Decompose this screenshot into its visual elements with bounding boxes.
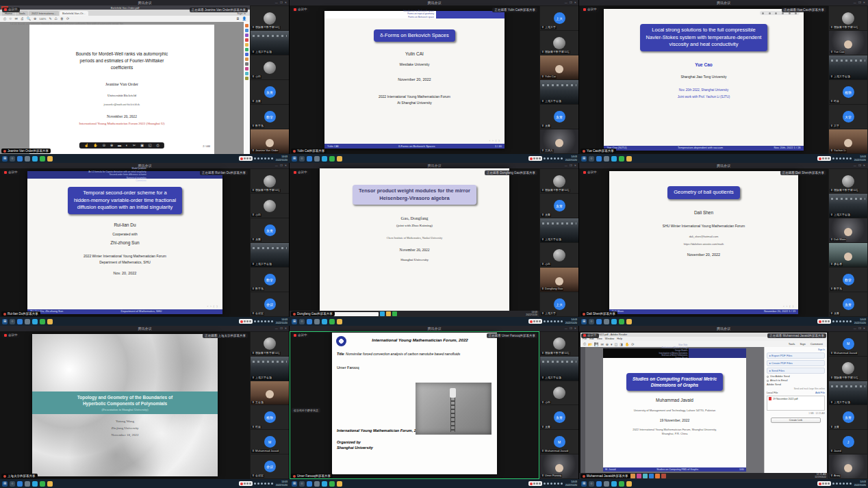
taskbar-app-icon[interactable] [17, 481, 23, 487]
participant-tile[interactable]: 🎙 Dali Shen [829, 218, 867, 242]
menu-item[interactable]: Edit [589, 337, 594, 340]
floating-tool-icon[interactable]: ⊕ [110, 144, 113, 147]
meeting-minibar[interactable] [528, 319, 542, 324]
participant-tile[interactable]: 🎙 主持人 [540, 129, 578, 153]
tray-icon[interactable] [832, 320, 834, 322]
participant-tile[interactable]: 永青🎙 永青 [829, 405, 867, 429]
participant-tile[interactable]: 永青🎙 永青 [540, 194, 578, 218]
participant-tile[interactable]: 会议🎙 会议室 [251, 454, 289, 478]
comment-tool-icon[interactable] [245, 34, 248, 37]
comment-tool-icon[interactable] [245, 53, 248, 56]
taskbar-app-icon[interactable] [25, 156, 30, 162]
tray-icon[interactable] [554, 157, 556, 159]
taskbar-app-icon[interactable] [314, 319, 320, 324]
floating-tool-icon[interactable]: ✋ [94, 144, 98, 147]
taskbar-app-icon[interactable] [322, 319, 327, 324]
floating-tool-icon[interactable]: ◱ [149, 144, 152, 147]
floating-tool-icon[interactable]: ✂ [133, 144, 136, 147]
taskbar-app-icon[interactable] [643, 474, 648, 478]
taskbar-app-icon[interactable] [307, 156, 312, 162]
comment-tool-icon[interactable] [245, 24, 248, 27]
start-button[interactable]: ⊞ [2, 481, 8, 487]
participant-tile[interactable]: 🎙 上海大学会场 [251, 243, 289, 267]
tray-icon[interactable] [271, 483, 273, 485]
taskbar-app-icon[interactable] [655, 474, 660, 478]
toolbar-icon[interactable]: ⎙ [3, 17, 6, 21]
file-item[interactable]: 19 November 2022.pdf [769, 397, 823, 400]
taskbar-search-icon[interactable]: ○ [10, 319, 15, 324]
tray-icon[interactable] [836, 157, 838, 159]
taskbar-app-icon[interactable] [392, 311, 397, 316]
participant-tile[interactable]: 🎙 Umer Farooq [540, 454, 578, 478]
slide-nav-arrows[interactable]: ‹ › ⟨ ⟩ [207, 305, 218, 308]
tray-icon[interactable] [264, 320, 266, 322]
meeting-minibar[interactable] [528, 156, 542, 161]
tray-icon[interactable] [257, 320, 259, 322]
toolbar-icon[interactable]: ⎙ [583, 342, 586, 346]
tray-icon[interactable] [839, 157, 841, 159]
tools-section[interactable]: ▸ Create PDF Files [767, 360, 825, 366]
share-icon[interactable]: 🖥 [236, 17, 240, 21]
taskbar-app-icon[interactable] [47, 319, 53, 324]
participant-tile[interactable]: 格致🎙 格致 [829, 80, 867, 104]
toolbar-icon[interactable]: 💾 [594, 342, 598, 346]
toolbar-icon[interactable]: ✉ [15, 17, 18, 21]
tray-icon[interactable] [850, 157, 852, 159]
participant-tile[interactable]: 🎙 国际青年数学家论坛 [540, 169, 578, 193]
participant-tile[interactable]: 🎙 Yachun Li [829, 129, 867, 153]
tray-icon[interactable] [550, 157, 552, 159]
floating-tool-icon[interactable]: ▬ [118, 144, 121, 147]
taskbar-app-icon[interactable] [626, 319, 632, 324]
taskbar-app-icon[interactable] [637, 474, 641, 478]
participant-tile[interactable]: 🎙 Yue Cao [829, 31, 867, 55]
tray-icon[interactable] [843, 157, 845, 159]
comment-tool-icon[interactable] [245, 72, 248, 75]
taskbar-app-icon[interactable] [604, 319, 609, 324]
participant-tile[interactable]: 🎙 上海大学会场 [540, 80, 578, 104]
toolbar-icon[interactable]: ♺ [55, 17, 58, 21]
participant-tile[interactable]: M🎙 Muhammad Javaid [540, 430, 578, 454]
meeting-minibar[interactable] [239, 481, 253, 486]
participant-tile[interactable]: 数学🎙 数学系 [251, 105, 289, 129]
menu-item[interactable]: View [597, 337, 602, 340]
taskbar-search-icon[interactable]: ○ [589, 481, 594, 487]
tray-icon[interactable] [839, 483, 841, 485]
tray-icon[interactable] [254, 483, 256, 485]
tray-icon[interactable] [843, 320, 845, 322]
tray-icon[interactable] [254, 157, 256, 159]
pdf-tab[interactable]: Bielefeld-Van-Or... [60, 11, 88, 16]
window-controls[interactable]: — ❐ ✕ [275, 326, 288, 330]
participant-tile[interactable]: 🎙 Arooj [829, 454, 867, 478]
taskbar-app-icon[interactable] [307, 481, 312, 487]
account-icon[interactable]: 👤 [242, 17, 246, 21]
taskbar-app-icon[interactable] [337, 156, 342, 162]
toolbar-icon[interactable]: 144% [39, 17, 46, 21]
toolbar-icon[interactable]: ✋ [625, 342, 629, 346]
taskbar-app-icon[interactable] [329, 156, 335, 162]
participant-tile[interactable]: 🎙 小白 [251, 55, 289, 79]
tray-icon[interactable] [836, 320, 838, 322]
participant-tile[interactable]: 🎙 国际青年数学家论坛 [251, 169, 289, 193]
tray-icon[interactable] [268, 320, 270, 322]
radio-option[interactable]: Use Adobe Send [767, 375, 825, 378]
participant-tile[interactable]: J🎙 Javed [829, 430, 867, 454]
meeting-minibar[interactable] [817, 319, 831, 324]
taskbar-app-icon[interactable] [604, 156, 609, 162]
toolbar-icon[interactable]: ⟳ [631, 342, 634, 346]
participant-tile[interactable]: 数学🎙 数学系 [251, 268, 289, 292]
comment-tool-icon[interactable] [245, 67, 248, 70]
radio-option[interactable]: Attach to Email [767, 379, 825, 382]
tray-icon[interactable] [554, 320, 556, 322]
participant-tile[interactable]: M🎙 Muhammad Javaid [251, 430, 289, 454]
tools-section[interactable]: ▸ Export PDF Files [767, 352, 825, 359]
window-controls[interactable]: — ❐ ✕ [854, 326, 866, 330]
tray-icon[interactable] [264, 483, 266, 485]
taskbar-app-icon[interactable] [619, 319, 624, 324]
toolbar-icon[interactable]: ⟳ [66, 17, 69, 21]
start-button[interactable]: ⊞ [2, 156, 8, 162]
tray-icon[interactable] [561, 483, 563, 485]
participant-tile[interactable]: 🎙 上海大学会场 [251, 31, 289, 55]
toolbar-icon[interactable]: 🔍 [27, 17, 31, 21]
taskbar-search-icon[interactable]: ○ [10, 481, 15, 487]
toolbar-icon[interactable]: 🗑 [60, 17, 64, 21]
